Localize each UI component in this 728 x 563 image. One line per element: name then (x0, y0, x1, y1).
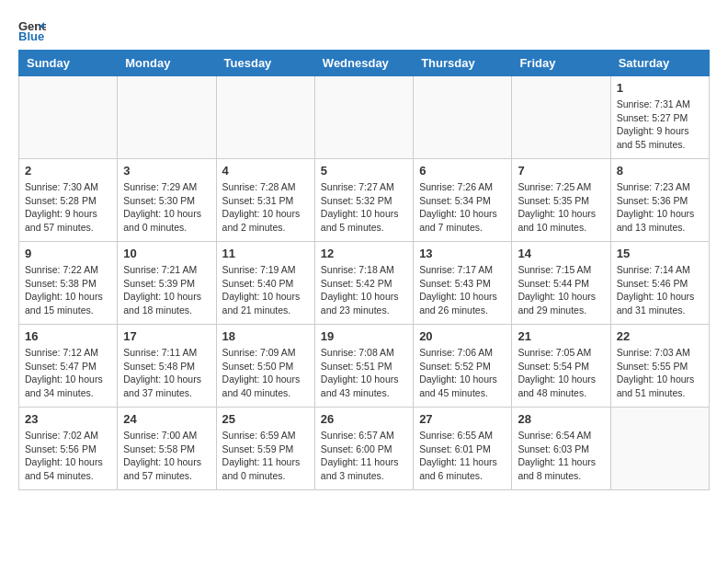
day-info: Sunrise: 7:30 AM Sunset: 5:28 PM Dayligh… (25, 180, 111, 235)
day-number: 1 (617, 81, 703, 95)
day-info: Sunrise: 7:03 AM Sunset: 5:55 PM Dayligh… (617, 346, 703, 400)
day-number: 11 (222, 247, 309, 260)
svg-text:Blue: Blue (18, 29, 44, 40)
calendar-day-cell: 4Sunrise: 7:28 AM Sunset: 5:31 PM Daylig… (216, 159, 314, 242)
calendar-week-row: 16Sunrise: 7:12 AM Sunset: 5:47 PM Dayli… (19, 325, 710, 408)
calendar-day-cell (512, 76, 610, 159)
calendar-day-cell: 14Sunrise: 7:15 AM Sunset: 5:44 PM Dayli… (512, 242, 610, 325)
day-number: 5 (321, 164, 407, 178)
weekday-header-cell: Saturday (610, 51, 709, 76)
calendar-day-cell: 10Sunrise: 7:21 AM Sunset: 5:39 PM Dayli… (118, 242, 216, 325)
day-info: Sunrise: 7:12 AM Sunset: 5:47 PM Dayligh… (25, 346, 111, 400)
day-info: Sunrise: 7:21 AM Sunset: 5:39 PM Dayligh… (123, 263, 210, 317)
calendar-day-cell: 12Sunrise: 7:18 AM Sunset: 5:42 PM Dayli… (314, 242, 413, 325)
calendar-day-cell: 22Sunrise: 7:03 AM Sunset: 5:55 PM Dayli… (610, 325, 709, 408)
day-number: 16 (25, 329, 111, 343)
calendar-day-cell: 3Sunrise: 7:29 AM Sunset: 5:30 PM Daylig… (118, 159, 216, 242)
calendar-day-cell (118, 76, 216, 159)
day-number: 9 (25, 247, 111, 260)
day-number: 20 (419, 329, 506, 343)
weekday-header-cell: Wednesday (314, 51, 413, 76)
day-number: 6 (419, 164, 506, 178)
day-info: Sunrise: 6:55 AM Sunset: 6:01 PM Dayligh… (419, 429, 506, 483)
day-number: 7 (518, 164, 604, 178)
calendar-day-cell (414, 76, 512, 159)
calendar-day-cell: 26Sunrise: 6:57 AM Sunset: 6:00 PM Dayli… (314, 408, 413, 490)
day-info: Sunrise: 7:28 AM Sunset: 5:31 PM Dayligh… (222, 180, 309, 235)
calendar-day-cell: 11Sunrise: 7:19 AM Sunset: 5:40 PM Dayli… (216, 242, 314, 325)
calendar-table: SundayMondayTuesdayWednesdayThursdayFrid… (18, 50, 710, 490)
calendar-day-cell (314, 76, 413, 159)
calendar-day-cell: 7Sunrise: 7:25 AM Sunset: 5:35 PM Daylig… (512, 159, 610, 242)
day-info: Sunrise: 7:06 AM Sunset: 5:52 PM Dayligh… (419, 346, 506, 400)
day-number: 15 (617, 247, 703, 260)
weekday-header-cell: Tuesday (216, 51, 314, 76)
day-info: Sunrise: 7:23 AM Sunset: 5:36 PM Dayligh… (617, 180, 703, 235)
day-info: Sunrise: 7:25 AM Sunset: 5:35 PM Dayligh… (518, 180, 604, 235)
weekday-header-cell: Sunday (19, 51, 118, 76)
day-info: Sunrise: 7:19 AM Sunset: 5:40 PM Dayligh… (222, 263, 309, 317)
calendar-week-row: 1Sunrise: 7:31 AM Sunset: 5:27 PM Daylig… (19, 76, 710, 159)
day-number: 14 (518, 247, 604, 260)
day-info: Sunrise: 7:27 AM Sunset: 5:32 PM Dayligh… (321, 180, 407, 235)
day-info: Sunrise: 7:11 AM Sunset: 5:48 PM Dayligh… (123, 346, 210, 400)
calendar-day-cell: 28Sunrise: 6:54 AM Sunset: 6:03 PM Dayli… (512, 408, 610, 490)
calendar-day-cell (610, 408, 709, 490)
calendar-day-cell: 16Sunrise: 7:12 AM Sunset: 5:47 PM Dayli… (19, 325, 118, 408)
calendar-day-cell: 2Sunrise: 7:30 AM Sunset: 5:28 PM Daylig… (19, 159, 118, 242)
day-number: 13 (419, 247, 506, 260)
day-number: 12 (321, 247, 407, 260)
day-number: 4 (222, 164, 309, 178)
day-info: Sunrise: 7:22 AM Sunset: 5:38 PM Dayligh… (25, 263, 111, 317)
calendar-day-cell: 20Sunrise: 7:06 AM Sunset: 5:52 PM Dayli… (414, 325, 512, 408)
day-number: 24 (123, 412, 210, 426)
calendar-day-cell: 8Sunrise: 7:23 AM Sunset: 5:36 PM Daylig… (610, 159, 709, 242)
day-info: Sunrise: 7:15 AM Sunset: 5:44 PM Dayligh… (518, 263, 604, 317)
logo-icon: General Blue (18, 18, 46, 40)
day-number: 27 (419, 412, 506, 426)
calendar-week-row: 9Sunrise: 7:22 AM Sunset: 5:38 PM Daylig… (19, 242, 710, 325)
day-number: 28 (518, 412, 604, 426)
calendar-day-cell: 18Sunrise: 7:09 AM Sunset: 5:50 PM Dayli… (216, 325, 314, 408)
weekday-header-cell: Thursday (414, 51, 512, 76)
day-info: Sunrise: 6:57 AM Sunset: 6:00 PM Dayligh… (321, 429, 407, 483)
day-number: 21 (518, 329, 604, 343)
calendar-day-cell (216, 76, 314, 159)
weekday-header-cell: Monday (118, 51, 216, 76)
day-number: 25 (222, 412, 309, 426)
day-info: Sunrise: 7:05 AM Sunset: 5:54 PM Dayligh… (518, 346, 604, 400)
calendar-body: 1Sunrise: 7:31 AM Sunset: 5:27 PM Daylig… (19, 76, 710, 490)
day-info: Sunrise: 6:54 AM Sunset: 6:03 PM Dayligh… (518, 429, 604, 483)
calendar-day-cell: 23Sunrise: 7:02 AM Sunset: 5:56 PM Dayli… (19, 408, 118, 490)
day-number: 10 (123, 247, 210, 260)
weekday-header: SundayMondayTuesdayWednesdayThursdayFrid… (19, 51, 710, 76)
day-number: 18 (222, 329, 309, 343)
day-info: Sunrise: 7:18 AM Sunset: 5:42 PM Dayligh… (321, 263, 407, 317)
day-info: Sunrise: 7:08 AM Sunset: 5:51 PM Dayligh… (321, 346, 407, 400)
calendar-day-cell: 13Sunrise: 7:17 AM Sunset: 5:43 PM Dayli… (414, 242, 512, 325)
day-info: Sunrise: 7:00 AM Sunset: 5:58 PM Dayligh… (123, 429, 210, 483)
day-number: 3 (123, 164, 210, 178)
day-info: Sunrise: 7:26 AM Sunset: 5:34 PM Dayligh… (419, 180, 506, 235)
calendar-day-cell: 1Sunrise: 7:31 AM Sunset: 5:27 PM Daylig… (610, 76, 709, 159)
day-number: 22 (617, 329, 703, 343)
calendar-day-cell: 19Sunrise: 7:08 AM Sunset: 5:51 PM Dayli… (314, 325, 413, 408)
day-info: Sunrise: 7:02 AM Sunset: 5:56 PM Dayligh… (25, 429, 111, 483)
calendar-day-cell: 6Sunrise: 7:26 AM Sunset: 5:34 PM Daylig… (414, 159, 512, 242)
header: General Blue (18, 18, 710, 40)
day-info: Sunrise: 7:31 AM Sunset: 5:27 PM Dayligh… (617, 98, 703, 152)
calendar-day-cell: 24Sunrise: 7:00 AM Sunset: 5:58 PM Dayli… (118, 408, 216, 490)
calendar-day-cell: 15Sunrise: 7:14 AM Sunset: 5:46 PM Dayli… (610, 242, 709, 325)
calendar-day-cell (19, 76, 118, 159)
calendar-week-row: 23Sunrise: 7:02 AM Sunset: 5:56 PM Dayli… (19, 408, 710, 490)
calendar-week-row: 2Sunrise: 7:30 AM Sunset: 5:28 PM Daylig… (19, 159, 710, 242)
calendar-day-cell: 21Sunrise: 7:05 AM Sunset: 5:54 PM Dayli… (512, 325, 610, 408)
calendar-day-cell: 25Sunrise: 6:59 AM Sunset: 5:59 PM Dayli… (216, 408, 314, 490)
day-info: Sunrise: 7:09 AM Sunset: 5:50 PM Dayligh… (222, 346, 309, 400)
day-number: 19 (321, 329, 407, 343)
day-info: Sunrise: 7:29 AM Sunset: 5:30 PM Dayligh… (123, 180, 210, 235)
day-number: 23 (25, 412, 111, 426)
day-info: Sunrise: 6:59 AM Sunset: 5:59 PM Dayligh… (222, 429, 309, 483)
calendar-day-cell: 17Sunrise: 7:11 AM Sunset: 5:48 PM Dayli… (118, 325, 216, 408)
weekday-header-cell: Friday (512, 51, 610, 76)
